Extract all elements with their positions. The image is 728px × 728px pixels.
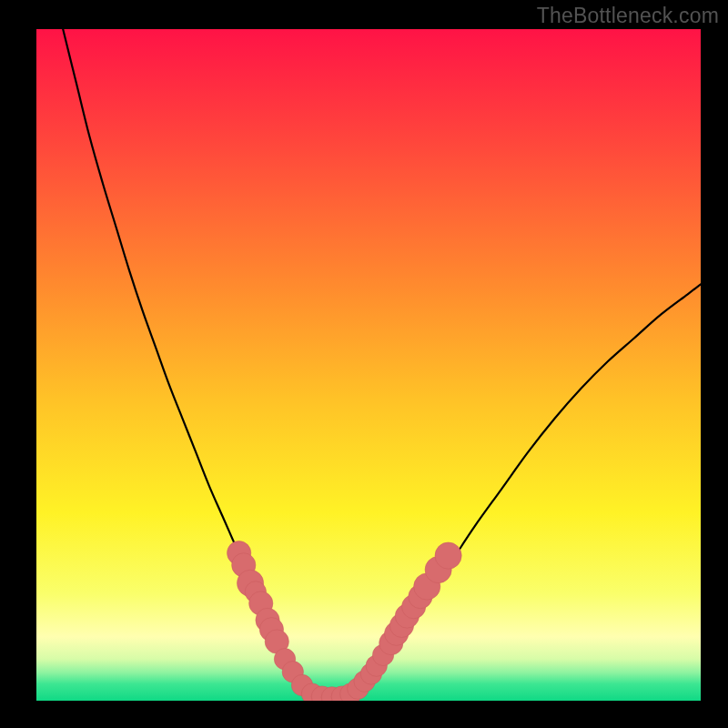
plot-area: [36, 29, 701, 701]
watermark-text: TheBottleneck.com: [537, 4, 719, 28]
chart-frame: TheBottleneck.com: [0, 0, 728, 728]
gradient-background: [36, 29, 701, 701]
marker-point: [435, 542, 461, 569]
chart-svg: [36, 29, 701, 701]
